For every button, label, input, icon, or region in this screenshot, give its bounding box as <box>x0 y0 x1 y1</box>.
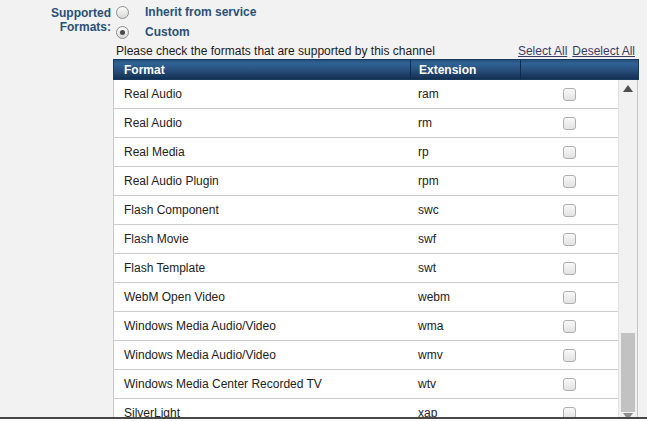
radio-option-label: Inherit from service <box>145 5 256 19</box>
extension-cell: rpm <box>410 174 520 188</box>
format-name-cell: Real Audio <box>114 87 410 101</box>
formats-table-body: Real Audio ram Real Audio rm Real Media … <box>113 80 618 419</box>
format-checkbox[interactable] <box>563 175 576 188</box>
format-name-cell: Flash Movie <box>114 232 410 246</box>
deselect-all-link[interactable]: Deselect All <box>572 44 635 58</box>
format-name-cell: Windows Media Audio/Video <box>114 319 410 333</box>
scroll-up-arrow-icon[interactable] <box>623 85 633 92</box>
extension-cell: swf <box>410 232 520 246</box>
checkbox-cell <box>520 204 618 217</box>
format-checkbox[interactable] <box>563 320 576 333</box>
table-row: Real Audio ram <box>114 80 618 109</box>
format-checkbox[interactable] <box>563 349 576 362</box>
format-name-cell: Windows Media Center Recorded TV <box>114 377 410 391</box>
table-row: Flash Movie swf <box>114 225 618 254</box>
column-header-extension: Extension <box>410 60 520 79</box>
format-name-cell: Windows Media Audio/Video <box>114 348 410 362</box>
format-checkbox[interactable] <box>563 146 576 159</box>
supported-formats-label: Supported Formats: <box>0 6 111 34</box>
extension-cell: swt <box>410 261 520 275</box>
checkbox-cell <box>520 146 618 159</box>
format-name-cell: Real Audio Plugin <box>114 174 410 188</box>
table-row: WebM Open Video webm <box>114 283 618 312</box>
format-name-cell: Flash Template <box>114 261 410 275</box>
checkbox-cell <box>520 88 618 101</box>
extension-cell: rp <box>410 145 520 159</box>
checkbox-cell <box>520 349 618 362</box>
formats-table-header: Format Extension <box>113 59 639 80</box>
checkbox-cell <box>520 175 618 188</box>
table-row: SilverLight xap <box>114 399 618 419</box>
bulk-select-links: Select All Deselect All <box>518 44 635 58</box>
supported-formats-radio-group: Inherit from service Custom <box>116 2 256 42</box>
checkbox-cell <box>520 320 618 333</box>
format-checkbox[interactable] <box>563 291 576 304</box>
format-checkbox[interactable] <box>563 378 576 391</box>
extension-cell: webm <box>410 290 520 304</box>
checkbox-cell <box>520 378 618 391</box>
radio-option[interactable]: Custom <box>116 22 256 42</box>
format-name-cell: Real Media <box>114 145 410 159</box>
column-header-format: Format <box>114 60 410 79</box>
checkbox-cell <box>520 117 618 130</box>
table-row: Real Media rp <box>114 138 618 167</box>
radio-button-icon[interactable] <box>116 26 129 39</box>
checkbox-cell <box>520 262 618 275</box>
extension-cell: wtv <box>410 377 520 391</box>
select-all-link[interactable]: Select All <box>518 44 567 58</box>
checkbox-cell <box>520 233 618 246</box>
supported-formats-panel: Supported Formats: Inherit from service … <box>0 0 647 421</box>
format-checkbox[interactable] <box>563 204 576 217</box>
table-row: Windows Media Center Recorded TV wtv <box>114 370 618 399</box>
format-name-cell: Real Audio <box>114 116 410 130</box>
table-row: Windows Media Audio/Video wmv <box>114 341 618 370</box>
radio-option-label: Custom <box>145 25 190 39</box>
extension-cell: rm <box>410 116 520 130</box>
extension-cell: ram <box>410 87 520 101</box>
radio-option[interactable]: Inherit from service <box>116 2 256 22</box>
table-row: Windows Media Audio/Video wma <box>114 312 618 341</box>
format-name-cell: WebM Open Video <box>114 290 410 304</box>
radio-button-icon[interactable] <box>116 6 129 19</box>
table-row: Flash Component swc <box>114 196 618 225</box>
instruction-text: Please check the formats that are suppor… <box>116 44 435 58</box>
table-row: Real Audio Plugin rpm <box>114 167 618 196</box>
extension-cell: swc <box>410 203 520 217</box>
format-checkbox[interactable] <box>563 233 576 246</box>
format-checkbox[interactable] <box>563 88 576 101</box>
extension-cell: wmv <box>410 348 520 362</box>
scrollbar-thumb[interactable] <box>621 333 635 412</box>
format-checkbox[interactable] <box>563 117 576 130</box>
extension-cell: wma <box>410 319 520 333</box>
checkbox-cell <box>520 291 618 304</box>
table-row: Flash Template swt <box>114 254 618 283</box>
vertical-scrollbar[interactable] <box>618 80 638 419</box>
format-name-cell: Flash Component <box>114 203 410 217</box>
table-row: Real Audio rm <box>114 109 618 138</box>
format-checkbox[interactable] <box>563 262 576 275</box>
column-header-checkbox <box>520 60 638 79</box>
